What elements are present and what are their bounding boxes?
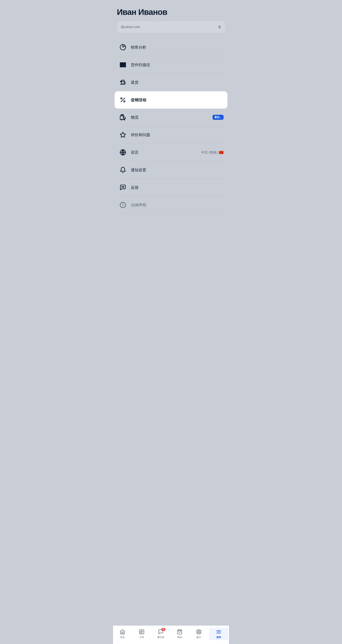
svg-rect-6 [125,63,126,67]
returns-icon [118,78,127,87]
language-icon [118,148,127,157]
svg-point-9 [121,98,122,99]
svg-rect-15 [123,114,123,116]
nav-label-menu: 菜单 [216,636,221,639]
bottom-nav: 首页 订单 31 聊天室 商品 银行 菜单 [113,626,229,644]
bell-icon [118,166,127,174]
svg-point-21 [122,187,122,187]
menu-label: 反馈 [131,185,224,190]
orders-icon [138,629,145,635]
menu-item-legal[interactable]: 法律声明 [117,196,225,214]
logistics-icon [118,113,127,122]
menu-label: 评价和问题 [131,132,224,138]
menu-icon [216,629,222,635]
menu-item-promotions[interactable]: 促销活动 [115,91,227,108]
svg-point-13 [124,120,125,120]
svg-line-32 [197,630,198,631]
menu-label: 通知设置 [131,168,224,172]
svg-point-10 [124,101,125,102]
menu-item-returns[interactable]: 退货 [117,74,225,91]
svg-marker-16 [120,132,126,137]
svg-line-8 [121,98,125,102]
menu-item-barcode-scanner[interactable]: 货件扫描仪 [117,56,225,74]
analytics-icon [118,43,127,52]
user-name: Иван Иванов [117,8,225,16]
menu-list: 销售分析 货件扫描仪 [117,38,225,214]
language-sublabel: 中文 (简体) 🇨🇳 [201,150,224,155]
menu-item-sales-analysis[interactable]: 销售分析 [117,38,225,56]
nav-item-menu[interactable]: 菜单 [209,628,228,640]
menu-label: 退货 [131,80,224,85]
svg-rect-11 [120,116,123,120]
flag-emoji: 🇨🇳 [219,150,224,155]
menu-item-logistics[interactable]: 物流 新的... [117,108,225,126]
sort-icon: ⇅ [218,25,221,29]
nav-label-bank: 银行 [197,636,201,639]
feedback-icon [118,183,127,192]
percent-icon [118,96,127,104]
menu-label: 销售分析 [131,45,224,50]
svg-point-22 [123,187,123,187]
barcode-icon [118,60,127,69]
svg-rect-7 [121,80,124,84]
svg-line-34 [199,630,200,631]
nav-label-home: 首页 [120,636,125,639]
menu-label: 语言 [131,150,201,155]
home-icon [119,629,126,635]
menu-label: 促销活动 [131,98,224,102]
menu-item-language[interactable]: 语言 中文 (简体) 🇨🇳 [117,144,225,161]
menu-item-notifications[interactable]: 通知设置 [117,161,225,179]
svg-rect-5 [124,63,125,67]
svg-rect-14 [121,114,122,116]
nav-item-chat[interactable]: 31 聊天室 [151,628,170,640]
svg-line-35 [197,632,198,634]
svg-rect-1 [120,63,121,67]
chat-icon: 31 [158,629,164,635]
star-icon [118,130,127,139]
products-icon [177,629,183,635]
email-text: @yahoo.com [121,25,140,29]
nav-item-home[interactable]: 首页 [113,628,132,640]
menu-label: 物流 [131,115,213,120]
svg-line-33 [199,632,200,634]
nav-label-chat: 聊天室 [157,636,164,639]
svg-point-23 [123,187,124,187]
svg-rect-3 [122,63,123,67]
nav-label-products: 商品 [177,636,182,639]
logistics-badge: 新的... [213,115,224,120]
menu-item-reviews[interactable]: 评价和问题 [117,126,225,144]
bank-icon [196,629,202,635]
chat-badge: 31 [161,628,165,631]
legal-icon [118,200,127,210]
nav-label-orders: 订单 [139,636,144,639]
menu-label: 货件扫描仪 [131,62,224,68]
nav-item-orders[interactable]: 订单 [132,628,151,640]
menu-item-feedback[interactable]: 反馈 [117,179,225,196]
nav-item-bank[interactable]: 银行 [189,628,209,640]
email-selector[interactable]: @yahoo.com ⇅ [117,21,225,33]
menu-label: 法律声明 [131,202,224,208]
nav-item-products[interactable]: 商品 [170,628,189,640]
